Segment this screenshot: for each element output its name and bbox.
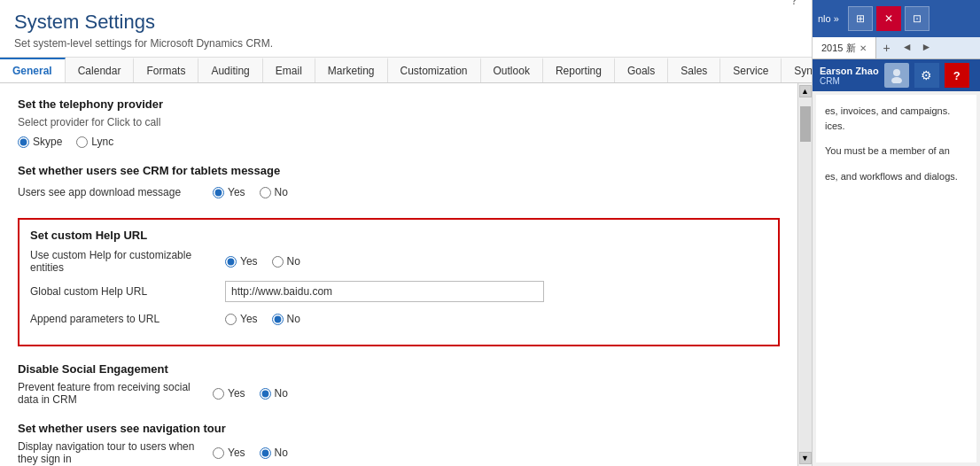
help-url-title: Set custom Help URL (30, 229, 767, 242)
toolbar-restore-icon[interactable]: ⊡ (905, 6, 929, 31)
nav-tour-field-row: Display navigation tour to users when th… (18, 440, 780, 465)
user-bar: Earson Zhao CRM ⚙ ? (813, 59, 980, 91)
tablet-title: Set whether users see CRM for tablets me… (18, 164, 780, 177)
custom-help-yes-radio[interactable] (225, 256, 237, 268)
page-title: System Settings (14, 11, 797, 34)
tablet-no-option[interactable]: No (260, 186, 288, 198)
tablet-field-label: Users see app download message (18, 186, 213, 198)
tablet-yes-option[interactable]: Yes (213, 186, 245, 198)
social-no-option[interactable]: No (260, 387, 288, 400)
social-field-row: Prevent feature from receiving social da… (18, 381, 780, 406)
telephony-lync-radio[interactable] (76, 136, 88, 148)
append-params-no-radio[interactable] (272, 314, 284, 325)
tab-general[interactable]: General (0, 58, 66, 82)
panel-text-3: es, and workflows and dialogs. (825, 169, 968, 184)
page-subtitle: Set system-level settings for Microsoft … (14, 37, 797, 50)
help-button[interactable]: ? (945, 63, 969, 88)
custom-help-label: Use custom Help for customizable entitie… (30, 249, 225, 274)
custom-help-radio-group: Yes No (225, 255, 300, 268)
social-field-label: Prevent feature from receiving social da… (18, 381, 213, 406)
tab-outlook[interactable]: Outlook (481, 58, 543, 82)
scroll-down-button[interactable]: ▼ (799, 452, 812, 464)
tab-service[interactable]: Service (720, 58, 782, 82)
social-no-radio[interactable] (260, 388, 271, 400)
global-help-url-value (225, 281, 767, 302)
tablet-yes-radio[interactable] (213, 187, 224, 198)
tab-formats[interactable]: Formats (134, 58, 198, 82)
tab-customization[interactable]: Customization (388, 58, 481, 82)
tab-synchronization[interactable]: Synchronization (782, 58, 812, 82)
custom-help-yes-option[interactable]: Yes (225, 255, 258, 268)
tab-bar: General Calendar Formats Auditing Email … (0, 58, 812, 83)
telephony-skype-radio[interactable] (18, 136, 29, 148)
svg-point-1 (891, 77, 902, 83)
browser-tab-label: 2015 新 (821, 42, 856, 55)
tab-auditing[interactable]: Auditing (198, 58, 262, 82)
custom-help-no-radio[interactable] (272, 256, 284, 268)
nav-tour-field-label: Display navigation tour to users when th… (18, 440, 213, 465)
vertical-scrollbar[interactable]: ▲ ▼ (797, 83, 812, 466)
tab-calendar[interactable]: Calendar (66, 58, 135, 82)
scroll-thumb[interactable] (800, 106, 811, 142)
user-info: Earson Zhao CRM (820, 66, 879, 86)
nav-tour-yes-option[interactable]: Yes (213, 447, 245, 459)
telephony-section: Set the telephony provider Select provid… (18, 97, 780, 148)
append-params-yes-radio[interactable] (225, 314, 237, 325)
telephony-desc: Select provider for Click to call (18, 116, 780, 128)
scroll-track[interactable] (799, 97, 812, 452)
append-params-no-option[interactable]: No (272, 313, 300, 325)
help-url-section: Set custom Help URL Use custom Help for … (18, 218, 780, 346)
tab-marketing[interactable]: Marketing (315, 58, 388, 82)
main-content: ? System Settings Set system-level setti… (0, 0, 812, 466)
custom-help-value: Yes No (225, 252, 767, 271)
toolbar-grid-icon[interactable]: ⊞ (848, 6, 873, 31)
tab-nav-back[interactable]: ◄ (898, 37, 917, 58)
nav-tour-title: Set whether users see navigation tour (18, 422, 780, 435)
tablet-no-radio[interactable] (260, 187, 271, 198)
toolbar-text: nlo » (818, 13, 839, 24)
social-yes-option[interactable]: Yes (213, 387, 245, 400)
telephony-radio-group: Skype Lync (18, 136, 780, 148)
content-area: Set the telephony provider Select provid… (0, 83, 797, 466)
tab-email[interactable]: Email (263, 58, 315, 82)
browser-tab-close[interactable]: ✕ (859, 43, 867, 53)
browser-tab-strip: 2015 新 ✕ + ◄ ► (813, 37, 980, 59)
append-params-label: Append parameters to URL (30, 313, 225, 325)
right-panel: nlo » ⊞ ✕ ⊡ 2015 新 ✕ + ◄ ► Earson Zhao C… (812, 0, 980, 466)
append-params-value: Yes No (225, 309, 767, 329)
tab-sales[interactable]: Sales (668, 58, 720, 82)
tablet-field-row: Users see app download message Yes No (18, 183, 780, 202)
tab-nav-forward[interactable]: ► (917, 37, 937, 58)
append-params-yes-option[interactable]: Yes (225, 313, 258, 325)
user-name: Earson Zhao (820, 66, 879, 76)
social-radio-group: Yes No (213, 387, 288, 400)
social-field-value: Yes No (213, 384, 780, 403)
lync-label: Lync (91, 136, 113, 148)
tab-goals[interactable]: Goals (615, 58, 668, 82)
social-section: Disable Social Engagement Prevent featur… (18, 362, 780, 406)
header: ? System Settings Set system-level setti… (0, 0, 812, 58)
social-yes-radio[interactable] (213, 388, 224, 400)
custom-help-no-option[interactable]: No (272, 255, 300, 268)
nav-tour-field-value: Yes No (213, 443, 780, 462)
settings-button[interactable]: ⚙ (914, 63, 939, 88)
telephony-lync-option[interactable]: Lync (76, 136, 113, 148)
header-help-icon[interactable]: ? (790, 0, 797, 7)
new-tab-button[interactable]: + (876, 37, 898, 58)
panel-text-1: es, invoices, and campaigns.ices. (825, 104, 968, 133)
browser-active-tab[interactable]: 2015 新 ✕ (813, 37, 876, 58)
nav-tour-no-radio[interactable] (260, 447, 271, 459)
toolbar-close-icon[interactable]: ✕ (876, 6, 901, 31)
avatar-icon (889, 67, 905, 83)
telephony-skype-option[interactable]: Skype (18, 136, 62, 148)
panel-content: es, invoices, and campaigns.ices. You mu… (816, 95, 976, 462)
nav-tour-yes-radio[interactable] (213, 447, 224, 459)
nav-tour-no-option[interactable]: No (260, 447, 288, 459)
user-org: CRM (820, 76, 879, 86)
tab-reporting[interactable]: Reporting (543, 58, 615, 82)
global-help-url-row: Global custom Help URL (30, 281, 767, 302)
global-help-url-input[interactable] (225, 281, 544, 302)
custom-help-row: Use custom Help for customizable entitie… (30, 249, 767, 274)
append-params-row: Append parameters to URL Yes No (30, 309, 767, 329)
scroll-up-button[interactable]: ▲ (799, 85, 812, 97)
